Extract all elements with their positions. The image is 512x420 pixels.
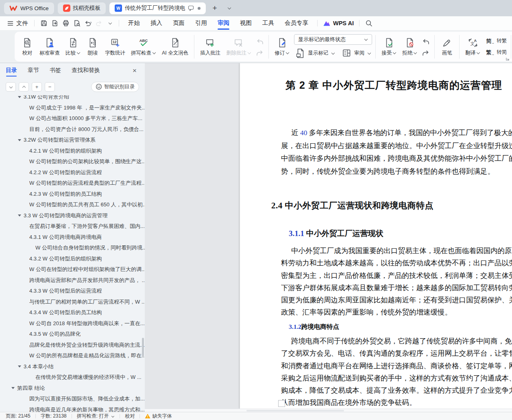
file-menu[interactable]: 文件	[5, 20, 31, 27]
expand-all-button[interactable]	[6, 82, 16, 92]
menu-tab-视图[interactable]: 视图	[235, 16, 257, 30]
translate-button[interactable]: 文A 翻译	[462, 34, 483, 59]
outline-item[interactable]: W 公司在转型的过程中对组织架构做了巨大的调...	[0, 264, 145, 275]
collapse-all-button[interactable]	[19, 82, 29, 92]
collapse-arrow-icon[interactable]	[18, 365, 21, 369]
outline-item[interactable]: W 公司成立于 1998 年 ，是一家生产皮制文件夹...	[0, 103, 145, 114]
outline-item[interactable]: 4.2.2 W 公司转型前的运营流程	[0, 167, 145, 178]
outline-item[interactable]: 目前，公司资产合计 8000 万元人民币，负债合...	[0, 124, 145, 135]
tab-list-button[interactable]	[224, 3, 234, 13]
tab-wps-home[interactable]: WPS Office	[4, 2, 54, 14]
outline-item[interactable]: 3.2W 公司转型前运营管理体系	[0, 135, 145, 146]
outline-item[interactable]: 4.3.1 W 公司跨境电商跨境电商	[0, 232, 145, 243]
track-changes-button[interactable]: 修订	[272, 34, 292, 59]
outline-item[interactable]: 因为可以直接开拓国际市场、降低企业成本，加...	[0, 394, 145, 405]
outline-item[interactable]: W 公司结合自身转型前的情况，同时看到跨境...	[0, 243, 145, 254]
previous-comment-button[interactable]	[255, 37, 265, 46]
dialog-launcher-icon[interactable]	[505, 57, 510, 61]
outline-item[interactable]: W 公司占地面积 10000 多平方米，三栋生产车...	[0, 113, 145, 124]
ribbon-button-word-count[interactable]: 12字数统计	[102, 34, 128, 59]
menu-tab-开始[interactable]: 开始	[123, 16, 145, 30]
pane-tab-目录[interactable]: 目录	[6, 63, 17, 78]
horizontal-scrollbar[interactable]	[145, 409, 512, 412]
tab-docer-templates[interactable]: 找稻壳模板	[58, 2, 106, 14]
outline-item[interactable]: 4.2.1 W 公司转型前的组织架构	[0, 146, 145, 157]
redo-button[interactable]	[93, 18, 104, 28]
outline-item[interactable]: 在传统外贸交易增速缓慢的经济环境中，W ...	[0, 372, 145, 383]
proofing-status[interactable]: 校对	[125, 413, 135, 420]
outline-item[interactable]: 4.3.2 W 公司转型后的组织架构	[0, 254, 145, 265]
menu-tab-引用[interactable]: 引用	[190, 16, 212, 30]
pane-tab-查找和替换[interactable]: 查找和替换	[72, 63, 100, 78]
search-icon[interactable]	[363, 18, 374, 28]
insert-comment-button[interactable]: 插入批注	[197, 34, 223, 59]
delete-comment-button[interactable]: 删除批注	[223, 34, 254, 59]
export-button[interactable]	[49, 18, 60, 28]
quick-access-chevron[interactable]	[104, 18, 115, 28]
object-handle[interactable]	[278, 400, 285, 407]
outline-item[interactable]: 4.3.3 W 公司转型后的运营流程	[0, 286, 145, 297]
undo-button[interactable]	[82, 18, 93, 28]
outline-item[interactable]: 跨境电商是近几年来的新兴事物，其思维方式和...	[0, 405, 145, 412]
outline-item[interactable]: 3.4 本章小结	[0, 361, 145, 372]
menu-tab-会员专享[interactable]: 会员专享	[279, 16, 314, 30]
zoom-out-outline-button[interactable]: −	[45, 82, 55, 92]
print-preview-button[interactable]	[71, 18, 82, 28]
menu-tab-审阅[interactable]: 审阅	[212, 16, 235, 30]
show-markup-button[interactable]: 显示标记	[294, 47, 336, 59]
page-indicator[interactable]: 页面: 21/45	[6, 413, 31, 420]
outline-item[interactable]: W 公司转型前的运营流程是典型的工厂生产流程...	[0, 178, 145, 189]
page[interactable]: 第 2 章 中小外贸工厂转型跨境电商的运营管理 近 40 多年来因来自世界各地的…	[240, 63, 512, 409]
collapse-arrow-icon[interactable]	[18, 139, 21, 143]
pen-button[interactable]: 画笔	[438, 34, 456, 59]
convert-to-simplified-button[interactable]: 繁→ 转简	[485, 48, 508, 57]
convert-to-traditional-button[interactable]: 简→ 转繁	[485, 37, 508, 46]
menu-tab-插入[interactable]: 插入	[145, 16, 168, 30]
wps-ai-button[interactable]: WPS AI	[321, 20, 355, 27]
save-button[interactable]	[38, 18, 49, 28]
outline-item[interactable]: W 公司的所有品牌都是走精品化运营路线，即在...	[0, 350, 145, 361]
sidebar-scrollbar-thumb[interactable]	[142, 338, 144, 357]
outline-item[interactable]: 4.2.3 W 公司转型前的员工结构	[0, 189, 145, 200]
outline-item[interactable]: 3.1W 公司背景介绍	[0, 95, 145, 103]
menu-tab-工具[interactable]: 工具	[257, 16, 279, 30]
ribbon-button-spell-check[interactable]: ABC拼写检查	[128, 34, 159, 59]
markup-state-select[interactable]: 显示标记的最终状态	[294, 34, 372, 45]
outline-item[interactable]: 跨境电商运营部和产品开发部共同开发的产品， ...	[0, 275, 145, 286]
smart-recognize-toc-button[interactable]: 智能识别目录	[91, 82, 139, 92]
outline-item[interactable]: W 公司自 2018 年转型做跨境电商以来，一直在...	[0, 318, 145, 329]
reviewing-pane-button[interactable]: 审阅	[340, 47, 373, 59]
ribbon-button-compare[interactable]: 比较	[63, 34, 83, 59]
ribbon-button-read-aloud[interactable]: 朗读	[83, 34, 102, 59]
outline-item[interactable]: 第四章 结论	[0, 383, 145, 394]
outline-item[interactable]: 4.3.5 W 公司的品牌化	[0, 329, 145, 340]
reject-change-button[interactable]: 拒绝	[399, 34, 420, 59]
outline-item[interactable]: W 公司转型前的公司架构比较简单，围绕生产这...	[0, 156, 145, 167]
collapse-arrow-icon[interactable]	[18, 214, 21, 218]
close-pane-icon[interactable]: ×	[130, 67, 139, 75]
outline-item[interactable]: 品牌化是传统外贸企业转型升级跨境电商的主流...	[0, 340, 145, 351]
comment-bubble-icon[interactable]	[188, 5, 194, 11]
print-button[interactable]	[60, 18, 71, 28]
word-count-indicator[interactable]: 字数: 23138	[41, 413, 67, 420]
pane-tab-章节[interactable]: 章节	[28, 63, 39, 78]
previous-change-button[interactable]	[421, 37, 431, 46]
ribbon-button-standard-review[interactable]: 标准审查	[37, 34, 63, 59]
new-tab-button[interactable]: +	[209, 3, 220, 13]
menu-tab-页面[interactable]: 页面	[168, 16, 190, 30]
outline-item[interactable]: 3.3 W 公司转型跨境电商的运营管理	[0, 210, 145, 221]
outline-item[interactable]: W 公司转型前的员工共有员工 650 人，其中以初...	[0, 199, 145, 210]
outline-item[interactable]: 4.3.4 W 公司转型后的员工结构	[0, 307, 145, 318]
next-change-button[interactable]	[421, 48, 431, 57]
tab-document[interactable]: W 传统外贸工厂转型跨境电商的运营管理	[109, 2, 206, 14]
outline-item[interactable]: 与传统工厂的相对简单的工厂运营流程不同，W ...	[0, 297, 145, 308]
zoom-in-outline-button[interactable]: +	[32, 82, 42, 92]
horizontal-scrollbar-thumb[interactable]	[246, 410, 344, 411]
ribbon-button-ai-polish[interactable]: AI 全文润色	[159, 34, 191, 59]
collapse-arrow-icon[interactable]	[18, 96, 21, 100]
collapse-arrow-icon[interactable]	[11, 387, 15, 391]
spell-check-status[interactable]: 拼写检查: 打开	[77, 413, 115, 420]
next-comment-button[interactable]	[255, 48, 265, 57]
missing-font-warning[interactable]: 缺失字体	[145, 413, 172, 420]
outline-item[interactable]: 在贸易订单萎缩，下游外贸客户拓展困难、国内...	[0, 221, 145, 232]
